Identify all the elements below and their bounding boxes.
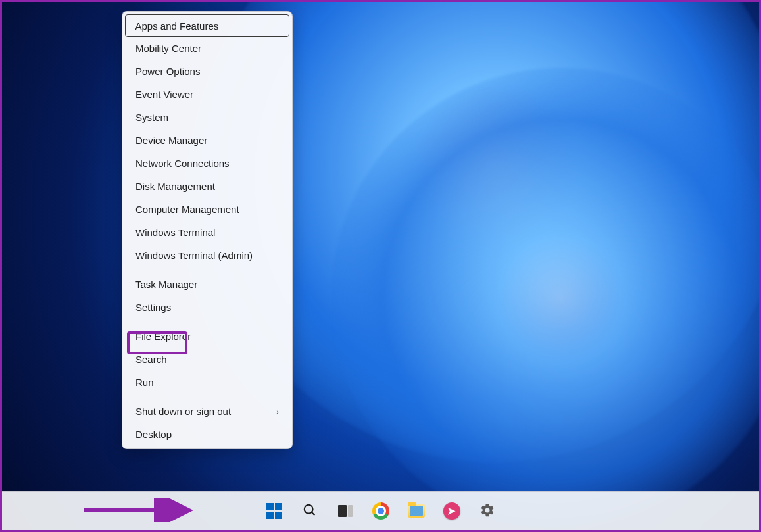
menu-item-device-manager[interactable]: Device Manager (125, 129, 289, 152)
menu-item-label: Mobility Center (135, 43, 201, 54)
search-button[interactable] (297, 498, 323, 524)
folder-icon (408, 504, 425, 518)
menu-item-label: System (135, 112, 168, 123)
menu-item-label: Network Connections (135, 158, 230, 169)
menu-item-label: Run (135, 377, 154, 388)
menu-item-label: Event Viewer (135, 89, 193, 100)
settings-app[interactable] (474, 498, 501, 524)
task-view-icon (338, 504, 353, 518)
menu-item-run[interactable]: Run (125, 371, 289, 394)
menu-item-mobility-center[interactable]: Mobility Center (125, 37, 289, 60)
menu-item-apps-and-features[interactable]: Apps and Features (125, 14, 289, 37)
search-icon (303, 503, 317, 520)
menu-item-system[interactable]: System (125, 106, 289, 129)
menu-item-label: Computer Management (135, 204, 239, 215)
menu-separator (126, 322, 288, 322)
menu-item-label: Settings (135, 302, 171, 313)
chrome-icon (372, 502, 389, 520)
menu-item-file-explorer[interactable]: File Explorer (125, 325, 289, 348)
menu-item-network-connections[interactable]: Network Connections (125, 152, 289, 175)
menu-item-power-options[interactable]: Power Options (125, 60, 289, 83)
menu-item-label: Desktop (135, 429, 172, 440)
menu-item-settings[interactable]: Settings (125, 296, 289, 319)
menu-separator (126, 397, 288, 397)
desktop-wallpaper (2, 2, 759, 530)
windows-logo-icon (266, 503, 282, 519)
menu-item-task-manager[interactable]: Task Manager (125, 273, 289, 296)
menu-item-disk-management[interactable]: Disk Management (125, 175, 289, 198)
menu-item-event-viewer[interactable]: Event Viewer (125, 83, 289, 106)
menu-item-label: Device Manager (135, 135, 207, 146)
menu-item-label: Windows Terminal (135, 227, 215, 238)
menu-item-windows-terminal-admin[interactable]: Windows Terminal (Admin) (125, 244, 289, 267)
chrome-app[interactable] (368, 498, 394, 524)
start-context-menu: Apps and FeaturesMobility CenterPower Op… (122, 11, 293, 449)
menu-item-label: Windows Terminal (Admin) (135, 250, 253, 261)
menu-item-computer-management[interactable]: Computer Management (125, 198, 289, 221)
task-view-button[interactable] (332, 498, 358, 524)
menu-separator (126, 270, 288, 270)
pinned-app[interactable]: ➤ (439, 498, 465, 524)
svg-point-0 (304, 504, 312, 513)
svg-line-1 (311, 512, 314, 515)
menu-item-label: Apps and Features (135, 20, 219, 32)
menu-item-search[interactable]: Search (125, 348, 289, 371)
start-button[interactable] (261, 498, 287, 524)
menu-item-shut-down-or-sign-out[interactable]: Shut down or sign out› (125, 400, 289, 423)
menu-item-label: Task Manager (135, 279, 197, 290)
menu-item-windows-terminal[interactable]: Windows Terminal (125, 221, 289, 244)
taskbar: ➤ (2, 491, 759, 530)
menu-item-label: Disk Management (135, 181, 215, 192)
menu-item-label: File Explorer (135, 331, 191, 342)
screenshot-frame: Apps and FeaturesMobility CenterPower Op… (0, 0, 761, 532)
gear-icon (479, 502, 495, 520)
menu-item-label: Search (135, 354, 167, 365)
menu-item-label: Power Options (135, 66, 200, 77)
menu-item-desktop[interactable]: Desktop (125, 423, 289, 446)
menu-item-label: Shut down or sign out (135, 406, 231, 417)
file-explorer-app[interactable] (403, 498, 430, 524)
app-circle-icon: ➤ (443, 502, 460, 520)
chevron-right-icon: › (276, 408, 279, 416)
